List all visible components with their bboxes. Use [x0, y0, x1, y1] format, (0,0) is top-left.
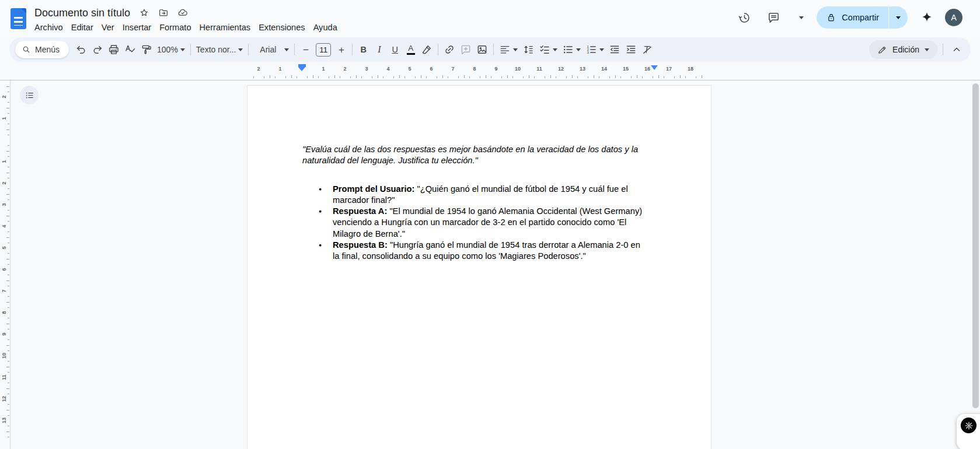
menu-bar: ArchivoEditarVerInsertarFormatoHerramien…: [30, 21, 341, 34]
ruler-tick: [594, 75, 594, 78]
clear-formatting-button[interactable]: [639, 41, 655, 58]
menu-editar[interactable]: Editar: [67, 21, 97, 34]
spelling-check-button[interactable]: [122, 41, 138, 58]
menu-archivo[interactable]: Archivo: [30, 21, 67, 34]
italic-glyph: I: [378, 45, 381, 54]
document-page[interactable]: "Evalúa cuál de las dos respuestas es me…: [247, 85, 712, 449]
text-color-button[interactable]: A: [403, 41, 418, 58]
vertical-scrollbar-thumb[interactable]: [972, 83, 979, 408]
styles-select-value: Texto nor...: [196, 45, 236, 54]
add-comment-button[interactable]: [458, 41, 474, 58]
bulletlist-icon: [562, 44, 574, 55]
checklist-button[interactable]: [536, 41, 560, 58]
ruler-tick: [437, 76, 437, 78]
ruler-tick: [291, 75, 292, 78]
menu-insertar[interactable]: Insertar: [118, 21, 155, 34]
ruler-number: 1: [278, 66, 281, 72]
star-icon[interactable]: [139, 8, 149, 18]
cloud-saved-icon[interactable]: [177, 8, 188, 18]
horizontal-ruler[interactable]: 21123456789101112131415161718: [247, 62, 712, 80]
redo-icon: [92, 44, 103, 55]
ruler-tick: [642, 76, 643, 78]
image-icon: [476, 44, 488, 55]
paint-format-button[interactable]: [138, 41, 155, 58]
ruler-tick: [350, 76, 351, 78]
ruler-tick: [599, 76, 599, 78]
ruler-tick: [329, 76, 329, 78]
menu-herramientas[interactable]: Herramientas: [196, 21, 255, 34]
ruler-tick: [275, 76, 275, 78]
decrease-font-size-button[interactable]: −: [298, 41, 313, 58]
ruler-tick: [664, 76, 664, 78]
comments-icon[interactable]: [766, 10, 781, 25]
insert-image-button[interactable]: [474, 41, 490, 58]
italic-button[interactable]: I: [371, 41, 387, 58]
redo-button[interactable]: [89, 41, 106, 58]
zoom-select-button[interactable]: 100%: [155, 41, 187, 58]
ruler-tick: [550, 75, 551, 78]
ruler-tick: [6, 151, 9, 152]
vertical-ruler[interactable]: 2112345678910111213: [0, 80, 11, 449]
ruler-number: 5: [1, 246, 7, 249]
docs-logo-icon[interactable]: [11, 8, 26, 29]
styles-select-button[interactable]: Texto nor...: [194, 41, 245, 58]
share-button[interactable]: Compartir: [817, 6, 888, 29]
ruler-tick: [318, 76, 319, 78]
insert-link-button[interactable]: [441, 41, 458, 58]
share-dropdown-button[interactable]: [888, 6, 908, 29]
highlight-color-button[interactable]: [418, 41, 435, 58]
decrease-indent-button[interactable]: [606, 41, 623, 58]
hide-menus-button[interactable]: [948, 41, 965, 58]
ruler-number: 13: [1, 418, 7, 423]
bulleted-list-button[interactable]: [560, 41, 583, 58]
ruler-tick: [361, 76, 362, 78]
chevron-down-icon: [238, 48, 243, 51]
ruler-tick: [512, 76, 513, 78]
menu-formato[interactable]: Formato: [155, 21, 195, 34]
menu-ver[interactable]: Ver: [97, 21, 118, 34]
font-size-input-button[interactable]: 11: [313, 41, 333, 58]
version-history-icon[interactable]: [737, 10, 752, 25]
ruler-tick: [464, 75, 465, 78]
chevron-down-icon: [599, 48, 604, 51]
ruler-tick: [8, 221, 9, 222]
font-select-button[interactable]: Arial: [252, 41, 291, 58]
gemini-spark-icon[interactable]: [919, 10, 934, 25]
ruler-tick: [696, 76, 696, 78]
search-icon: [22, 45, 31, 54]
increase-font-size-glyph: +: [339, 45, 344, 55]
title-block: Documento sin título ArchivoEditarVerIns…: [34, 0, 341, 34]
document-title[interactable]: Documento sin título: [34, 7, 130, 19]
bullet-label: Respuesta B:: [333, 240, 388, 250]
menu-extensiones[interactable]: Extensiones: [254, 21, 309, 34]
extension-widget[interactable]: [957, 414, 980, 449]
share-label: Compartir: [842, 13, 879, 22]
increase-indent-button[interactable]: [623, 41, 639, 58]
bullet-item-3: Respuesta B: "Hungría ganó el mundial de…: [302, 240, 647, 262]
document-outline-button[interactable]: [20, 86, 39, 104]
menus-search-button[interactable]: Menús: [15, 41, 69, 58]
align-button[interactable]: [497, 41, 520, 58]
account-avatar[interactable]: A: [945, 9, 962, 26]
join-call-button[interactable]: [795, 16, 804, 19]
bold-button[interactable]: B: [355, 41, 371, 58]
line-spacing-button[interactable]: [520, 41, 536, 58]
ruler-number: 8: [473, 66, 476, 72]
ruler-tick: [6, 86, 9, 87]
ruler-tick: [442, 75, 443, 78]
numbered-list-button[interactable]: 123: [583, 41, 606, 58]
menu-ayuda[interactable]: Ayuda: [309, 21, 341, 34]
undo-icon: [75, 44, 87, 55]
undo-button[interactable]: [73, 41, 89, 58]
ruler-tick: [6, 108, 9, 108]
move-folder-icon[interactable]: [158, 8, 169, 18]
increase-font-size-button[interactable]: +: [333, 41, 349, 58]
chevron-down-icon: [576, 48, 581, 51]
underline-button[interactable]: U: [387, 41, 403, 58]
ruler-tick: [6, 173, 9, 173]
editing-mode-button[interactable]: Edición: [869, 40, 937, 59]
print-button[interactable]: [106, 41, 122, 58]
ruler-tick: [577, 76, 578, 78]
toolbar-separator: [438, 44, 438, 55]
font-size-input-value[interactable]: 11: [316, 43, 331, 57]
